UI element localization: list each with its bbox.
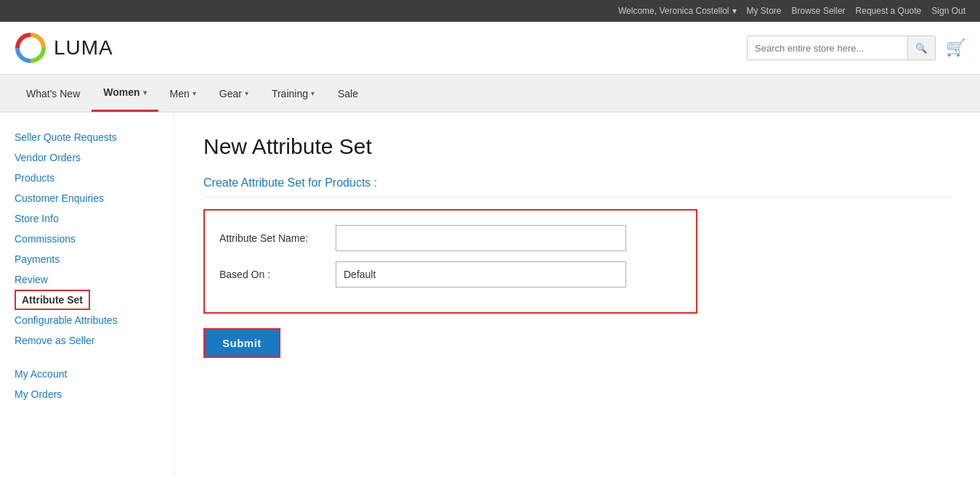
search-button[interactable]: 🔍 [907, 36, 935, 60]
attribute-set-name-input[interactable] [336, 225, 626, 251]
nav-label-women: Women [103, 86, 139, 98]
sidebar-label-commissions: Commissions [15, 233, 76, 245]
nav-label-whats-new: What's New [26, 88, 80, 99]
sidebar-item-products[interactable]: Products [15, 168, 159, 188]
nav-item-whats-new[interactable]: What's New [15, 76, 92, 111]
cart-icon[interactable]: 🛒 [946, 38, 965, 57]
submit-button-wrapper: Submit [203, 328, 280, 358]
page-title: New Attribute Set [203, 134, 951, 159]
based-on-label: Based On : [219, 269, 336, 280]
sidebar-label-seller-quote-requests: Seller Quote Requests [15, 131, 117, 143]
sidebar-label-payments: Payments [15, 253, 60, 265]
section-title: Create Attribute Set for Products : [203, 176, 951, 197]
browse-seller-link[interactable]: Browse Seller [792, 6, 846, 16]
sidebar-label-store-info: Store Info [15, 213, 59, 224]
nav-item-sale[interactable]: Sale [326, 76, 370, 111]
sidebar-item-my-account[interactable]: My Account [15, 364, 159, 384]
nav-label-gear: Gear [219, 88, 242, 99]
sidebar-item-remove-as-seller[interactable]: Remove as Seller [15, 330, 159, 351]
sidebar-label-my-orders: My Orders [15, 388, 62, 400]
main-content: New Attribute Set Create Attribute Set f… [174, 113, 980, 476]
training-chevron-icon: ▾ [311, 89, 315, 97]
search-box: 🔍 [747, 36, 936, 60]
based-on-row: Based On : Default [219, 261, 681, 288]
attribute-set-name-label: Attribute Set Name: [219, 232, 336, 244]
request-quote-link[interactable]: Request a Quote [856, 6, 922, 16]
gear-chevron-icon: ▾ [245, 89, 248, 97]
sidebar-label-vendor-orders: Vendor Orders [15, 152, 81, 163]
attribute-set-form: Attribute Set Name: Based On : Default [203, 209, 697, 314]
search-input[interactable] [748, 38, 907, 58]
sidebar: Seller Quote Requests Vendor Orders Prod… [0, 113, 174, 476]
sidebar-label-review: Review [15, 274, 48, 285]
sidebar-item-configurable-attributes[interactable]: Configurable Attributes [15, 310, 159, 330]
submit-button[interactable]: Submit [205, 330, 279, 356]
based-on-select[interactable]: Default [336, 261, 626, 288]
header: LUMA 🔍 🛒 [0, 22, 980, 75]
page-layout: Seller Quote Requests Vendor Orders Prod… [0, 113, 980, 476]
welcome-text: Welcome, Veronica Costellol ▾ [618, 6, 737, 16]
sidebar-item-payments[interactable]: Payments [15, 249, 159, 269]
nav-label-training: Training [272, 88, 308, 99]
welcome-chevron: ▾ [732, 6, 737, 16]
nav-label-men: Men [170, 88, 190, 99]
sidebar-item-my-orders[interactable]: My Orders [15, 384, 159, 404]
nav-item-women[interactable]: Women ▾ [92, 75, 158, 112]
logo[interactable]: LUMA [15, 32, 113, 64]
sidebar-label-configurable-attributes: Configurable Attributes [15, 314, 118, 326]
sidebar-label-products: Products [15, 172, 54, 184]
my-store-link[interactable]: My Store [747, 6, 782, 16]
sidebar-label-customer-enquiries: Customer Enquiries [15, 192, 104, 204]
attribute-set-name-row: Attribute Set Name: [219, 225, 681, 251]
header-right: 🔍 🛒 [747, 36, 965, 60]
sidebar-label-my-account: My Account [15, 368, 67, 380]
top-bar: Welcome, Veronica Costellol ▾ My Store B… [0, 0, 980, 22]
sidebar-item-review[interactable]: Review [15, 269, 159, 290]
logo-text: LUMA [54, 36, 113, 60]
nav-item-training[interactable]: Training ▾ [260, 76, 326, 111]
search-icon: 🔍 [915, 43, 928, 54]
men-chevron-icon: ▾ [193, 89, 196, 97]
logo-icon [15, 32, 46, 64]
nav-label-sale: Sale [338, 88, 358, 99]
nav-item-men[interactable]: Men ▾ [158, 76, 208, 111]
welcome-label: Welcome, Veronica Costellol [618, 6, 729, 16]
women-chevron-icon: ▾ [143, 89, 147, 97]
sidebar-item-attribute-set[interactable]: Attribute Set [15, 290, 90, 310]
sidebar-label-remove-as-seller: Remove as Seller [15, 335, 95, 346]
sidebar-divider [15, 351, 159, 364]
sidebar-item-vendor-orders[interactable]: Vendor Orders [15, 147, 159, 168]
sidebar-item-seller-quote-requests[interactable]: Seller Quote Requests [15, 127, 159, 147]
sidebar-item-customer-enquiries[interactable]: Customer Enquiries [15, 188, 159, 208]
sidebar-item-commissions[interactable]: Commissions [15, 229, 159, 249]
sidebar-label-attribute-set: Attribute Set [22, 294, 83, 306]
nav-item-gear[interactable]: Gear ▾ [208, 76, 260, 111]
sign-out-link[interactable]: Sign Out [931, 6, 965, 16]
nav-bar: What's New Women ▾ Men ▾ Gear ▾ Training… [0, 75, 980, 113]
sidebar-item-store-info[interactable]: Store Info [15, 208, 159, 229]
